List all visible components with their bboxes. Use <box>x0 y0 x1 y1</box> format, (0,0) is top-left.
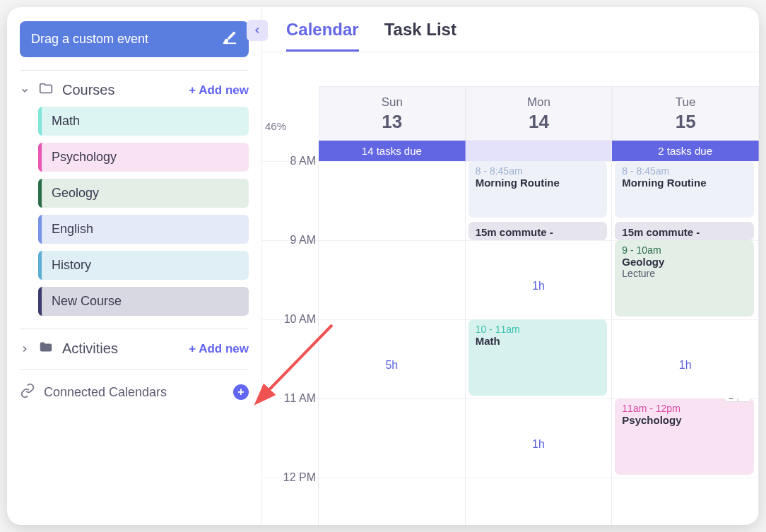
day-number: 13 <box>319 111 465 133</box>
event-title: Math <box>476 335 601 347</box>
free-time-label: 1h <box>532 280 545 292</box>
course-name: Math <box>52 114 80 128</box>
flag-icon: 🏁 <box>736 398 747 401</box>
course-name: Geology <box>52 186 99 200</box>
event-title: Morning Routine <box>622 177 747 189</box>
calendar-event[interactable]: 15m commute - <box>615 222 754 240</box>
day-of-week: Tue <box>613 95 758 110</box>
day-of-week: Sun <box>319 95 465 110</box>
activities-title: Activities <box>62 341 118 357</box>
chevron-right-icon <box>20 344 30 354</box>
course-item[interactable]: History <box>38 251 249 280</box>
tab-calendar[interactable]: Calendar <box>286 20 359 52</box>
drag-custom-event[interactable]: Drag a custom event <box>20 21 249 57</box>
calendar-event[interactable]: 9 - 10amGeologyLecture <box>615 240 754 317</box>
course-item[interactable]: Psychology <box>38 143 249 172</box>
day-number: 14 <box>466 111 612 133</box>
event-time: 9 - 10am <box>622 244 747 256</box>
day-header[interactable]: Mon14 <box>466 86 613 141</box>
collapse-sidebar-button[interactable] <box>247 20 268 41</box>
day-header[interactable]: Sun13 <box>319 86 466 141</box>
folder-solid-icon <box>38 339 54 358</box>
calendar-event[interactable]: 10 - 11amMath <box>469 319 608 396</box>
event-title: 15m commute - <box>622 226 747 238</box>
calendar-event[interactable]: 8 - 8:45amMorning Routine <box>469 161 608 218</box>
free-time-label: 5h <box>385 359 398 372</box>
tasks-due-cell[interactable] <box>466 141 613 161</box>
link-icon <box>20 383 35 401</box>
courses-title: Courses <box>62 82 114 98</box>
course-item[interactable]: New Course <box>38 287 249 316</box>
add-connected-calendar-button[interactable]: + <box>233 384 249 400</box>
event-title: Psychology <box>622 414 747 426</box>
event-time: 11am - 12pm <box>622 403 747 414</box>
paint-icon <box>222 30 237 49</box>
tasks-due-cell[interactable]: 14 tasks due <box>319 141 466 161</box>
event-title: Morning Routine <box>476 177 601 189</box>
free-time-label: 1h <box>679 359 692 372</box>
course-item[interactable]: Math <box>38 107 249 136</box>
hour-label: 8 AM <box>262 155 316 167</box>
progress-percent: 46% <box>265 120 286 132</box>
add-course-button[interactable]: + Add new <box>189 83 249 97</box>
activities-header[interactable]: Activities + Add new <box>20 339 249 358</box>
event-time: 10 - 11am <box>476 324 601 335</box>
day-of-week: Mon <box>466 95 612 110</box>
connected-calendars-label: Connected Calendars <box>44 385 225 400</box>
event-time: 8 - 8:45am <box>476 165 601 177</box>
hour-label: 12 PM <box>262 471 316 484</box>
course-name: Psychology <box>52 150 117 164</box>
calendar-event[interactable]: 11am - 12pmPsychology1 🏁 <box>615 398 754 475</box>
course-item[interactable]: English <box>38 215 249 244</box>
course-name: New Course <box>52 294 122 308</box>
event-title: 15m commute - <box>476 226 601 238</box>
calendar-event[interactable]: 8 - 8:45amMorning Routine <box>615 161 754 218</box>
event-subtitle: Lecture <box>622 268 747 279</box>
event-badge: 1 🏁 <box>724 398 751 402</box>
course-name: English <box>52 222 93 236</box>
chevron-down-icon <box>20 85 30 95</box>
folder-outline-icon <box>38 81 54 100</box>
courses-header[interactable]: Courses + Add new <box>20 81 249 100</box>
svg-rect-0 <box>223 42 236 44</box>
course-name: History <box>52 258 91 272</box>
event-title: Geology <box>622 256 747 268</box>
free-time-label: 1h <box>532 438 545 451</box>
hour-label: 9 AM <box>262 234 316 247</box>
day-header[interactable]: Tue15 <box>612 86 759 141</box>
calendar-event[interactable]: 15m commute - <box>469 222 608 240</box>
course-item[interactable]: Geology <box>38 179 249 208</box>
event-time: 8 - 8:45am <box>622 165 747 177</box>
tasks-due-cell[interactable]: 2 tasks due <box>612 141 759 161</box>
hour-label: 11 AM <box>262 392 316 405</box>
hour-label: 10 AM <box>262 313 316 326</box>
day-number: 15 <box>613 111 758 133</box>
tab-tasklist[interactable]: Task List <box>384 20 456 52</box>
drag-event-label: Drag a custom event <box>31 32 148 47</box>
add-activity-button[interactable]: + Add new <box>189 342 249 356</box>
